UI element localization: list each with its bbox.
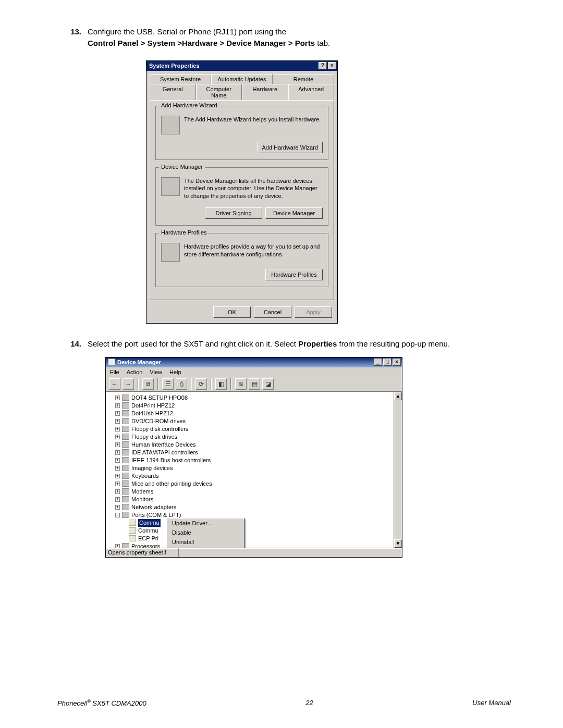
toolbar-icon-a[interactable]: ≋	[235, 378, 247, 390]
tab-general[interactable]: General	[150, 84, 196, 100]
tree-item[interactable]: Network adapters	[131, 503, 176, 511]
context-menu: Update Driver… Disable Uninstall Scan fo…	[166, 518, 244, 548]
device-tree[interactable]: +DOT4 SETUP HPO08 +Dot4Print HPZ12 +Dot4…	[106, 392, 394, 548]
ok-button[interactable]: OK	[213, 306, 251, 318]
footer-right: User Manual	[472, 699, 511, 707]
cancel-button[interactable]: Cancel	[254, 306, 291, 318]
port-item[interactable]: ECP Pri	[138, 535, 158, 542]
print-icon[interactable]: ⎙	[176, 378, 187, 390]
forward-icon[interactable]: →	[123, 378, 134, 390]
tree-item[interactable]: Modems	[131, 488, 153, 496]
device-icon	[122, 418, 129, 424]
device-icon	[122, 543, 129, 548]
tree-item[interactable]: Human Interface Devices	[131, 441, 196, 449]
device-icon	[122, 394, 129, 401]
tree-item[interactable]: DOT4 SETUP HPO08	[131, 394, 188, 402]
properties-icon[interactable]: ☰	[162, 378, 174, 390]
tab-hardware[interactable]: Hardware	[242, 84, 288, 100]
help-button[interactable]: ?	[319, 62, 327, 69]
device-manager-icon	[161, 177, 180, 196]
page-footer: Phonecell® SX5T CDMA2000 22 User Manual	[57, 699, 511, 707]
system-properties-dialog: System Properties ? × System Restore Aut…	[146, 60, 338, 324]
device-icon	[122, 410, 129, 416]
step-13-number: 13.	[57, 26, 88, 49]
tab-computer-name[interactable]: Computer Name	[196, 84, 242, 100]
cm-uninstall[interactable]: Uninstall	[167, 537, 244, 547]
devmgr-title: Device Manager	[117, 359, 161, 365]
cm-update-driver[interactable]: Update Driver…	[167, 519, 244, 528]
tree-item[interactable]: Imaging devices	[131, 464, 173, 472]
close-button[interactable]: ×	[328, 62, 336, 69]
device-icon	[122, 465, 129, 471]
toolbar-icon-c[interactable]: ◪	[262, 378, 274, 390]
minimize-button[interactable]: _	[374, 359, 382, 366]
close-button[interactable]: ×	[393, 359, 401, 366]
toolbar-icon-b[interactable]: ▤	[249, 378, 260, 390]
device-icon	[122, 441, 129, 448]
selected-port[interactable]: Commu	[138, 519, 161, 527]
tree-item[interactable]: Keyboards	[131, 472, 159, 480]
tab-system-restore[interactable]: System Restore	[150, 74, 211, 84]
tree-item[interactable]: Mice and other pointing devices	[131, 480, 212, 488]
ports-icon	[122, 512, 129, 518]
device-icon	[122, 449, 129, 455]
tree-item[interactable]: Dot4Print HPZ12	[131, 402, 175, 410]
tree-item[interactable]: Floppy disk drives	[131, 433, 177, 441]
device-icon	[122, 488, 129, 495]
hardware-wizard-icon	[161, 116, 180, 134]
hardware-profiles-button[interactable]: Hardware Profiles	[265, 269, 323, 280]
device-icon	[122, 480, 129, 487]
device-icon	[122, 457, 129, 463]
device-icon	[122, 426, 129, 432]
scan-icon[interactable]: ◧	[215, 378, 227, 390]
tree-item[interactable]: Monitors	[131, 496, 153, 503]
tab-advanced[interactable]: Advanced	[288, 84, 335, 100]
menu-action[interactable]: Action	[127, 369, 143, 375]
vertical-scrollbar[interactable]: ▲ ▼	[394, 392, 402, 548]
sysprops-title: System Properties	[149, 63, 200, 69]
tree-item[interactable]: Dot4Usb HPZ12	[131, 410, 173, 417]
step-14-number: 14.	[57, 338, 88, 350]
device-manager-button[interactable]: Device Manager	[265, 207, 323, 219]
step-14-text: Select the port used for the SX5T and ri…	[88, 338, 511, 350]
devmgr-app-icon	[108, 359, 115, 366]
port-icon	[129, 535, 136, 541]
tab-remote[interactable]: Remote	[273, 74, 334, 84]
device-icon	[122, 473, 129, 479]
maximize-button[interactable]: □	[383, 359, 391, 366]
up-icon[interactable]: ⧉	[142, 378, 154, 390]
port-item[interactable]: Commu	[138, 527, 158, 535]
menu-help[interactable]: Help	[169, 369, 181, 375]
hardware-profiles-icon	[161, 243, 180, 262]
tree-item[interactable]: IDE ATA/ATAPI controllers	[131, 449, 198, 456]
refresh-icon[interactable]: ⟳	[195, 378, 207, 390]
device-manager-group: Device Manager The Device Manager lists …	[155, 167, 328, 226]
port-icon	[129, 520, 136, 526]
page-number: 22	[305, 699, 313, 707]
devmgr-toolbar: ← → ⧉ ☰ ⎙ ⟳ ◧ ≋ ▤ ◪	[106, 377, 402, 391]
device-icon	[122, 402, 129, 409]
device-icon	[122, 504, 129, 510]
port-icon	[129, 527, 136, 534]
device-icon	[122, 434, 129, 440]
status-bar-spacer	[179, 548, 402, 557]
scroll-down-button[interactable]: ▼	[394, 539, 402, 548]
hardware-profiles-group: Hardware Profiles Hardware profiles prov…	[155, 233, 328, 287]
add-hardware-wizard-button[interactable]: Add Hardware Wizard	[257, 142, 323, 153]
menu-file[interactable]: File	[110, 369, 119, 375]
device-manager-window: Device Manager _ □ × File Action View He…	[105, 357, 402, 558]
devmgr-menu-bar: File Action View Help	[106, 367, 402, 377]
add-hardware-wizard-group: Add Hardware Wizard The Add Hardware Wiz…	[155, 106, 328, 160]
tree-item[interactable]: IEEE 1394 Bus host controllers	[131, 456, 211, 464]
tree-item[interactable]: Processors	[131, 542, 160, 548]
tree-item[interactable]: Floppy disk controllers	[131, 425, 188, 433]
apply-button: Apply	[295, 306, 332, 318]
driver-signing-button[interactable]: Driver Signing	[205, 207, 262, 219]
cm-disable[interactable]: Disable	[167, 528, 244, 537]
tree-item[interactable]: DVD/CD-ROM drives	[131, 417, 186, 425]
tab-automatic-updates[interactable]: Automatic Updates	[211, 74, 273, 84]
step-13-text: Configure the USB, Serial or Phone (RJ11…	[88, 26, 511, 49]
menu-view[interactable]: View	[150, 369, 162, 375]
scroll-up-button[interactable]: ▲	[394, 392, 402, 400]
back-icon[interactable]: ←	[109, 378, 120, 390]
